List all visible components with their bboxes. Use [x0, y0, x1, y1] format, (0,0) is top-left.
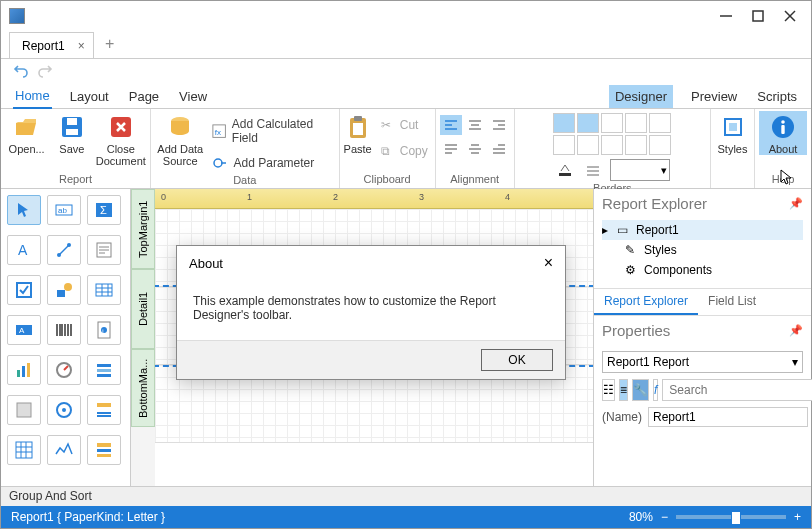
maximize-button[interactable] [751, 9, 765, 23]
svg-point-11 [214, 159, 222, 167]
border-none-button[interactable] [553, 113, 575, 133]
pin-icon[interactable]: 📌 [789, 324, 803, 337]
add-calculated-field-button[interactable]: fx Add Calculated Field [208, 115, 335, 147]
add-data-source-button[interactable]: Add Data Source [155, 111, 206, 167]
subtab-report-explorer[interactable]: Report Explorer [594, 289, 698, 315]
styles-button[interactable]: Styles [715, 111, 750, 155]
group-and-sort-panel[interactable]: Group And Sort [1, 486, 811, 506]
border-top-button[interactable] [601, 113, 623, 133]
border-inner-button[interactable] [601, 135, 623, 155]
panel-tool[interactable] [7, 395, 41, 425]
shape-tool[interactable] [47, 275, 81, 305]
redo-icon[interactable] [37, 63, 53, 79]
ribbon-tab-home[interactable]: Home [13, 84, 52, 109]
pageinfo-tool[interactable]: i [87, 315, 121, 345]
text-tool[interactable]: A [7, 235, 41, 265]
gauge-tool[interactable] [47, 355, 81, 385]
circle-gauge-tool[interactable] [47, 395, 81, 425]
tree-node-components[interactable]: ⚙ Components [602, 260, 803, 280]
ribbon-tab-layout[interactable]: Layout [68, 85, 111, 108]
crossband2-tool[interactable] [87, 395, 121, 425]
dialog-close-button[interactable]: × [544, 254, 553, 272]
sum-tool[interactable]: Σ [87, 195, 121, 225]
border-left-button[interactable] [649, 113, 671, 133]
alphabetical-button[interactable]: ≡ [619, 379, 628, 401]
barcode-tool[interactable] [47, 315, 81, 345]
chevron-down-icon: ▾ [792, 355, 798, 369]
favorites-button[interactable]: 🔧 [632, 379, 649, 401]
tree-node-styles[interactable]: ✎ Styles [602, 240, 803, 260]
zoom-out-button[interactable]: − [661, 510, 668, 524]
checkbox-tool[interactable] [7, 275, 41, 305]
window-close-button[interactable] [783, 9, 797, 23]
zoom-slider[interactable] [676, 515, 786, 519]
subtab-field-list[interactable]: Field List [698, 289, 766, 315]
border-outer-button[interactable] [577, 135, 599, 155]
crossband3-tool[interactable] [87, 435, 121, 465]
paste-button[interactable]: Paste [344, 111, 372, 155]
ribbon-tab-page[interactable]: Page [127, 85, 161, 108]
matrix-tool[interactable] [7, 435, 41, 465]
band-top-margin[interactable]: TopMargin1 [131, 189, 155, 269]
border-all-button[interactable] [577, 113, 599, 133]
app-window: Report1 × + Home Layout Page View Design… [0, 0, 812, 529]
align-top-button[interactable] [440, 139, 462, 159]
richtext-tool[interactable] [87, 235, 121, 265]
border-width-button[interactable] [582, 160, 604, 180]
border-vert-button[interactable] [649, 135, 671, 155]
border-horz-button[interactable] [625, 135, 647, 155]
about-button[interactable]: About [759, 111, 807, 155]
align-center-button[interactable] [464, 115, 486, 135]
property-search-input[interactable] [662, 379, 812, 401]
svg-text:i: i [102, 328, 103, 334]
character-comb-tool[interactable]: A [7, 315, 41, 345]
cut-button[interactable]: ✂ Cut [374, 115, 432, 135]
align-left-button[interactable] [440, 115, 462, 135]
label-tool[interactable]: ab [47, 195, 81, 225]
ok-button[interactable]: OK [481, 349, 553, 371]
expander-icon[interactable]: ▸ [602, 223, 608, 237]
band-detail[interactable]: Detail1 [131, 269, 155, 349]
group-label-clipboard: Clipboard [344, 172, 431, 186]
open-button[interactable]: Open... [5, 111, 48, 155]
sparkline-tool[interactable] [47, 435, 81, 465]
close-icon[interactable]: × [78, 39, 85, 53]
pointer-tool[interactable] [7, 195, 41, 225]
close-document-button[interactable]: Close Document [96, 111, 146, 167]
crossband-tool[interactable] [87, 355, 121, 385]
mode-tab-preview[interactable]: Preview [689, 85, 739, 108]
table-tool[interactable] [87, 275, 121, 305]
border-right-button[interactable] [553, 135, 575, 155]
line-tool[interactable] [47, 235, 81, 265]
save-label: Save [59, 143, 84, 155]
border-bottom-button[interactable] [625, 113, 647, 133]
border-style-combo[interactable]: ▾ [610, 159, 670, 181]
styles-icon [719, 113, 747, 141]
dialog-body: This example demonstrates how to customi… [177, 280, 565, 340]
undo-icon[interactable] [13, 63, 29, 79]
zoom-in-button[interactable]: + [794, 510, 801, 524]
ribbon-tab-view[interactable]: View [177, 85, 209, 108]
property-value-input[interactable] [648, 407, 808, 427]
add-tab-button[interactable]: + [98, 32, 122, 56]
titlebar [1, 1, 811, 31]
categorized-button[interactable]: ☷ [602, 379, 615, 401]
mode-tab-scripts[interactable]: Scripts [755, 85, 799, 108]
align-middle-button[interactable] [464, 139, 486, 159]
pin-icon[interactable]: 📌 [789, 197, 803, 210]
copy-button[interactable]: ⧉ Copy [374, 141, 432, 161]
align-bottom-button[interactable] [488, 139, 510, 159]
chart-tool[interactable] [7, 355, 41, 385]
band-bottom-margin[interactable]: BottomMa... [131, 349, 155, 427]
align-right-button[interactable] [488, 115, 510, 135]
object-selector-combo[interactable]: Report1 Report ▾ [602, 351, 803, 373]
save-button[interactable]: Save [50, 111, 93, 155]
minimize-button[interactable] [719, 9, 733, 23]
expression-button[interactable]: f [653, 379, 658, 401]
add-parameter-button[interactable]: Add Parameter [208, 153, 335, 173]
svg-rect-54 [97, 454, 111, 457]
document-tab[interactable]: Report1 × [9, 32, 94, 58]
tree-node-report[interactable]: ▸ ▭ Report1 [602, 220, 803, 240]
border-color-button[interactable] [554, 160, 576, 180]
mode-tab-designer[interactable]: Designer [609, 85, 673, 108]
